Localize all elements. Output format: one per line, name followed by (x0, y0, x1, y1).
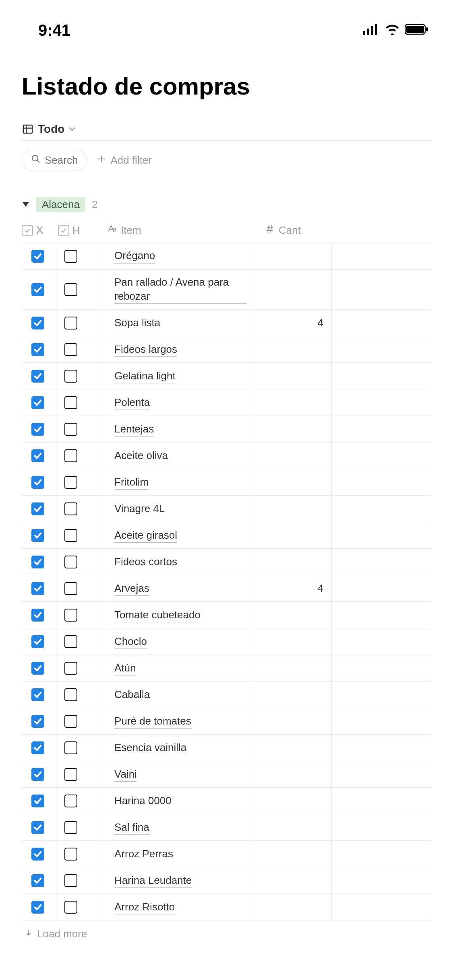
checkbox-h[interactable] (64, 635, 77, 648)
table-row[interactable]: Aceite oliva (22, 443, 431, 469)
checkbox-h[interactable] (64, 283, 77, 296)
cell-cant[interactable] (251, 761, 332, 787)
checkbox-h[interactable] (64, 370, 77, 383)
checkbox-h[interactable] (64, 901, 77, 914)
cell-cant[interactable] (251, 336, 332, 362)
group-collapse-toggle[interactable] (22, 200, 30, 210)
table-row[interactable]: Esencia vainilla (22, 735, 431, 761)
table-row[interactable]: Fideos cortos (22, 549, 431, 575)
checkbox-h[interactable] (64, 396, 77, 409)
checkbox-x[interactable] (31, 715, 44, 728)
checkbox-x[interactable] (31, 768, 44, 781)
checkbox-x[interactable] (31, 283, 44, 296)
cell-cant[interactable]: 4 (251, 575, 332, 601)
table-row[interactable]: Sal fina (22, 814, 431, 841)
checkbox-x[interactable] (31, 741, 44, 754)
cell-cant[interactable] (251, 389, 332, 416)
cell-cant[interactable] (251, 814, 332, 840)
checkbox-x[interactable] (31, 449, 44, 462)
cell-cant[interactable] (251, 708, 332, 734)
checkbox-x[interactable] (31, 609, 44, 622)
load-more-button[interactable]: Load more (22, 920, 431, 947)
cell-cant[interactable] (251, 496, 332, 522)
cell-item[interactable]: Tomate cubeteado (106, 602, 251, 628)
cell-cant[interactable] (251, 243, 332, 269)
checkbox-h[interactable] (64, 317, 77, 329)
cell-cant[interactable] (251, 443, 332, 469)
cell-item[interactable]: Arvejas (106, 575, 251, 601)
table-row[interactable]: Fritolim (22, 469, 431, 496)
checkbox-x[interactable] (31, 635, 44, 648)
table-row[interactable]: Vinagre 4L (22, 496, 431, 522)
checkbox-h[interactable] (64, 768, 77, 781)
group-tag[interactable]: Alacena (36, 197, 85, 212)
checkbox-x[interactable] (31, 662, 44, 675)
checkbox-h[interactable] (64, 688, 77, 701)
checkbox-x[interactable] (31, 688, 44, 701)
table-row[interactable]: Vaini (22, 761, 431, 788)
checkbox-x[interactable] (31, 370, 44, 383)
view-selector[interactable]: Todo (22, 123, 76, 136)
checkbox-x[interactable] (31, 396, 44, 409)
cell-cant[interactable] (251, 681, 332, 708)
cell-item[interactable]: Vaini (106, 761, 251, 787)
checkbox-h[interactable] (64, 662, 77, 675)
checkbox-x[interactable] (31, 874, 44, 887)
cell-cant[interactable] (251, 469, 332, 495)
cell-item[interactable]: Arroz Risotto (106, 894, 251, 920)
add-filter-button[interactable]: Add filter (97, 154, 152, 167)
cell-cant[interactable] (251, 602, 332, 628)
checkbox-x[interactable] (31, 821, 44, 834)
table-row[interactable]: Arroz Perras (22, 841, 431, 867)
cell-item[interactable]: Vinagre 4L (106, 496, 251, 522)
checkbox-x[interactable] (31, 343, 44, 356)
checkbox-x[interactable] (31, 250, 44, 263)
cell-item[interactable]: Fideos largos (106, 336, 251, 362)
checkbox-x[interactable] (31, 848, 44, 861)
table-row[interactable]: Choclo (22, 628, 431, 655)
table-row[interactable]: Tomate cubeteado (22, 602, 431, 628)
cell-item[interactable]: Caballa (106, 681, 251, 708)
checkbox-h[interactable] (64, 741, 77, 754)
cell-cant[interactable] (251, 628, 332, 655)
cell-item[interactable]: Lentejas (106, 416, 251, 442)
cell-cant[interactable] (251, 270, 332, 309)
checkbox-h[interactable] (64, 250, 77, 263)
table-row[interactable]: Orégano (22, 243, 431, 270)
checkbox-h[interactable] (64, 821, 77, 834)
search-button[interactable]: Search (22, 150, 87, 171)
cell-item[interactable]: Aceite girasol (106, 522, 251, 548)
column-header-x[interactable]: X (22, 224, 58, 237)
cell-item[interactable]: Arroz Perras (106, 841, 251, 867)
checkbox-h[interactable] (64, 556, 77, 568)
cell-cant[interactable] (251, 894, 332, 920)
cell-item[interactable]: Fideos cortos (106, 549, 251, 575)
table-row[interactable]: Arvejas4 (22, 575, 431, 602)
checkbox-x[interactable] (31, 901, 44, 914)
table-row[interactable]: Fideos largos (22, 336, 431, 363)
checkbox-x[interactable] (31, 317, 44, 329)
cell-item[interactable]: Pan rallado / Avena para rebozar (106, 270, 251, 309)
checkbox-h[interactable] (64, 423, 77, 436)
checkbox-x[interactable] (31, 556, 44, 568)
table-row[interactable]: Sopa lista4 (22, 310, 431, 336)
cell-item[interactable]: Aceite oliva (106, 443, 251, 469)
checkbox-x[interactable] (31, 423, 44, 436)
checkbox-h[interactable] (64, 848, 77, 861)
table-row[interactable]: Polenta (22, 389, 431, 416)
cell-cant[interactable] (251, 522, 332, 548)
checkbox-h[interactable] (64, 529, 77, 542)
table-row[interactable]: Puré de tomates (22, 708, 431, 735)
table-row[interactable]: Caballa (22, 681, 431, 708)
cell-cant[interactable] (251, 841, 332, 867)
cell-cant[interactable] (251, 363, 332, 389)
cell-cant[interactable] (251, 788, 332, 814)
checkbox-h[interactable] (64, 449, 77, 462)
cell-item[interactable]: Sal fina (106, 814, 251, 840)
cell-cant[interactable] (251, 655, 332, 681)
checkbox-h[interactable] (64, 874, 77, 887)
cell-item[interactable]: Harina 0000 (106, 788, 251, 814)
column-header-item[interactable]: Item (106, 224, 251, 237)
checkbox-h[interactable] (64, 715, 77, 728)
table-row[interactable]: Lentejas (22, 416, 431, 443)
